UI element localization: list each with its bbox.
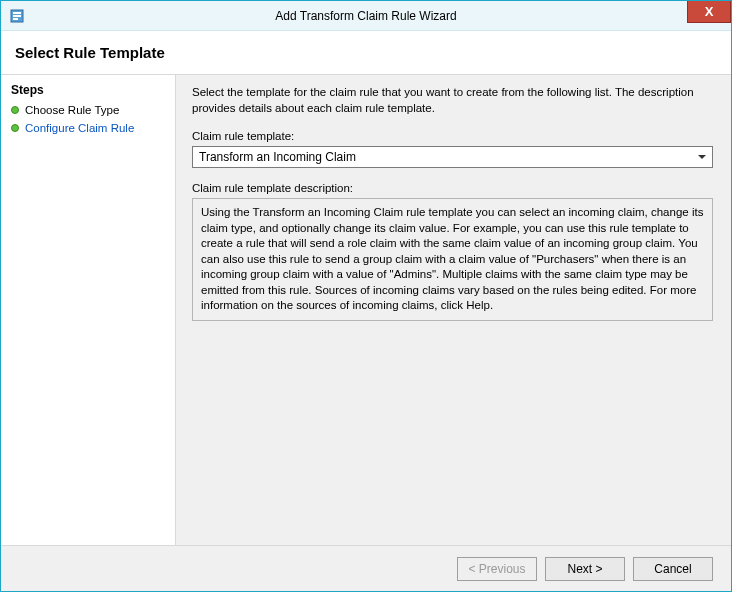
- page-title: Select Rule Template: [15, 44, 165, 61]
- titlebar: Add Transform Claim Rule Wizard X: [1, 1, 731, 31]
- steps-sidebar: Steps Choose Rule Type Configure Claim R…: [1, 75, 176, 545]
- template-label: Claim rule template:: [192, 130, 713, 142]
- previous-button: < Previous: [457, 557, 537, 581]
- next-button[interactable]: Next >: [545, 557, 625, 581]
- close-button[interactable]: X: [687, 1, 731, 23]
- template-description: Using the Transform an Incoming Claim ru…: [192, 198, 713, 321]
- claim-rule-template-select[interactable]: Transform an Incoming Claim: [192, 146, 713, 168]
- template-select-wrap: Transform an Incoming Claim: [192, 146, 713, 168]
- step-bullet-icon: [11, 124, 19, 132]
- steps-heading: Steps: [1, 81, 175, 101]
- step-bullet-icon: [11, 106, 19, 114]
- svg-rect-1: [13, 12, 21, 14]
- svg-rect-2: [13, 15, 21, 17]
- step-label: Choose Rule Type: [25, 104, 119, 116]
- step-label: Configure Claim Rule: [25, 122, 134, 134]
- app-icon: [9, 8, 25, 24]
- svg-rect-3: [13, 18, 18, 20]
- cancel-button[interactable]: Cancel: [633, 557, 713, 581]
- description-label: Claim rule template description:: [192, 182, 713, 194]
- wizard-window: Add Transform Claim Rule Wizard X Select…: [0, 0, 732, 592]
- page-header: Select Rule Template: [1, 31, 731, 75]
- close-icon: X: [705, 4, 714, 19]
- button-bar: < Previous Next > Cancel: [1, 545, 731, 591]
- body: Steps Choose Rule Type Configure Claim R…: [1, 75, 731, 545]
- content-pane: Select the template for the claim rule t…: [176, 75, 731, 545]
- window-title: Add Transform Claim Rule Wizard: [1, 9, 731, 23]
- step-choose-rule-type[interactable]: Choose Rule Type: [1, 101, 175, 119]
- step-configure-claim-rule[interactable]: Configure Claim Rule: [1, 119, 175, 137]
- intro-text: Select the template for the claim rule t…: [192, 85, 713, 116]
